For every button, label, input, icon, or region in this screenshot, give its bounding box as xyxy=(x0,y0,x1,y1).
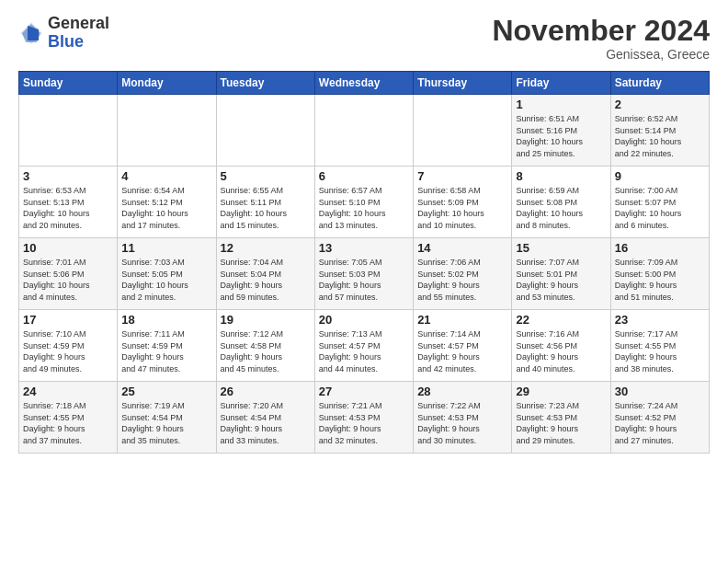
day-cell: 17Sunrise: 7:10 AM Sunset: 4:59 PM Dayli… xyxy=(19,310,118,382)
day-info: Sunrise: 7:16 AM Sunset: 4:56 PM Dayligh… xyxy=(516,328,606,374)
day-cell: 2Sunrise: 6:52 AM Sunset: 5:14 PM Daylig… xyxy=(610,95,709,167)
day-info: Sunrise: 7:07 AM Sunset: 5:01 PM Dayligh… xyxy=(516,257,606,303)
day-number: 19 xyxy=(221,313,311,327)
day-number: 7 xyxy=(417,169,507,183)
day-cell: 16Sunrise: 7:09 AM Sunset: 5:00 PM Dayli… xyxy=(610,238,709,310)
day-cell: 5Sunrise: 6:55 AM Sunset: 5:11 PM Daylig… xyxy=(216,167,314,238)
day-number: 21 xyxy=(417,313,507,327)
day-cell xyxy=(118,95,216,167)
day-number: 30 xyxy=(615,385,705,398)
day-info: Sunrise: 7:12 AM Sunset: 4:58 PM Dayligh… xyxy=(221,328,311,374)
day-number: 23 xyxy=(615,313,705,327)
title-block: November 2024 Genissea, Greece xyxy=(492,15,710,62)
day-cell: 25Sunrise: 7:19 AM Sunset: 4:54 PM Dayli… xyxy=(118,382,216,454)
day-number: 2 xyxy=(615,98,705,111)
col-friday: Friday xyxy=(512,72,610,95)
day-info: Sunrise: 6:52 AM Sunset: 5:14 PM Dayligh… xyxy=(615,113,705,159)
day-number: 17 xyxy=(23,313,113,327)
day-cell: 4Sunrise: 6:54 AM Sunset: 5:12 PM Daylig… xyxy=(118,167,216,238)
day-number: 3 xyxy=(23,169,113,183)
col-monday: Monday xyxy=(118,72,216,95)
day-number: 6 xyxy=(319,169,409,183)
day-number: 5 xyxy=(221,169,311,183)
day-info: Sunrise: 7:22 AM Sunset: 4:53 PM Dayligh… xyxy=(417,400,507,446)
day-number: 13 xyxy=(319,241,409,255)
header-row: Sunday Monday Tuesday Wednesday Thursday… xyxy=(19,72,710,95)
week-row-5: 24Sunrise: 7:18 AM Sunset: 4:55 PM Dayli… xyxy=(19,382,710,454)
day-number: 16 xyxy=(615,241,705,255)
day-cell: 27Sunrise: 7:21 AM Sunset: 4:53 PM Dayli… xyxy=(314,382,413,454)
day-info: Sunrise: 7:23 AM Sunset: 4:53 PM Dayligh… xyxy=(516,400,606,446)
day-info: Sunrise: 7:01 AM Sunset: 5:06 PM Dayligh… xyxy=(23,257,113,303)
day-info: Sunrise: 7:21 AM Sunset: 4:53 PM Dayligh… xyxy=(319,400,409,446)
day-info: Sunrise: 6:54 AM Sunset: 5:12 PM Dayligh… xyxy=(121,185,211,231)
day-info: Sunrise: 6:57 AM Sunset: 5:10 PM Dayligh… xyxy=(319,185,409,231)
week-row-4: 17Sunrise: 7:10 AM Sunset: 4:59 PM Dayli… xyxy=(19,310,710,382)
day-info: Sunrise: 7:24 AM Sunset: 4:52 PM Dayligh… xyxy=(615,400,705,446)
day-cell: 24Sunrise: 7:18 AM Sunset: 4:55 PM Dayli… xyxy=(19,382,118,454)
day-info: Sunrise: 7:11 AM Sunset: 4:59 PM Dayligh… xyxy=(121,328,211,374)
week-row-1: 1Sunrise: 6:51 AM Sunset: 5:16 PM Daylig… xyxy=(19,95,710,167)
logo: General Blue xyxy=(18,15,109,52)
day-number: 4 xyxy=(121,169,211,183)
day-cell: 28Sunrise: 7:22 AM Sunset: 4:53 PM Dayli… xyxy=(414,382,512,454)
day-number: 27 xyxy=(319,385,409,398)
col-wednesday: Wednesday xyxy=(314,72,413,95)
day-info: Sunrise: 7:09 AM Sunset: 5:00 PM Dayligh… xyxy=(615,257,705,303)
day-info: Sunrise: 6:53 AM Sunset: 5:13 PM Dayligh… xyxy=(23,185,113,231)
day-cell: 9Sunrise: 7:00 AM Sunset: 5:07 PM Daylig… xyxy=(610,167,709,238)
day-info: Sunrise: 7:17 AM Sunset: 4:55 PM Dayligh… xyxy=(615,328,705,374)
logo-blue: Blue xyxy=(48,32,84,51)
day-cell: 7Sunrise: 6:58 AM Sunset: 5:09 PM Daylig… xyxy=(414,167,512,238)
day-cell: 13Sunrise: 7:05 AM Sunset: 5:03 PM Dayli… xyxy=(314,238,413,310)
day-number: 12 xyxy=(221,241,311,255)
day-info: Sunrise: 6:55 AM Sunset: 5:11 PM Dayligh… xyxy=(221,185,311,231)
day-cell: 6Sunrise: 6:57 AM Sunset: 5:10 PM Daylig… xyxy=(314,167,413,238)
day-info: Sunrise: 7:06 AM Sunset: 5:02 PM Dayligh… xyxy=(417,257,507,303)
day-number: 15 xyxy=(516,241,606,255)
day-number: 24 xyxy=(23,385,113,398)
day-info: Sunrise: 7:10 AM Sunset: 4:59 PM Dayligh… xyxy=(23,328,113,374)
day-info: Sunrise: 7:18 AM Sunset: 4:55 PM Dayligh… xyxy=(23,400,113,446)
logo-general: General xyxy=(48,14,109,32)
day-number: 20 xyxy=(319,313,409,327)
day-number: 22 xyxy=(516,313,606,327)
day-cell: 26Sunrise: 7:20 AM Sunset: 4:54 PM Dayli… xyxy=(216,382,314,454)
day-cell: 3Sunrise: 6:53 AM Sunset: 5:13 PM Daylig… xyxy=(19,167,118,238)
day-cell: 12Sunrise: 7:04 AM Sunset: 5:04 PM Dayli… xyxy=(216,238,314,310)
day-info: Sunrise: 6:58 AM Sunset: 5:09 PM Dayligh… xyxy=(417,185,507,231)
day-cell: 21Sunrise: 7:14 AM Sunset: 4:57 PM Dayli… xyxy=(414,310,512,382)
day-cell: 30Sunrise: 7:24 AM Sunset: 4:52 PM Dayli… xyxy=(610,382,709,454)
day-info: Sunrise: 7:13 AM Sunset: 4:57 PM Dayligh… xyxy=(319,328,409,374)
day-cell: 1Sunrise: 6:51 AM Sunset: 5:16 PM Daylig… xyxy=(512,95,610,167)
day-info: Sunrise: 7:20 AM Sunset: 4:54 PM Dayligh… xyxy=(221,400,311,446)
day-info: Sunrise: 7:14 AM Sunset: 4:57 PM Dayligh… xyxy=(417,328,507,374)
day-cell: 29Sunrise: 7:23 AM Sunset: 4:53 PM Dayli… xyxy=(512,382,610,454)
day-info: Sunrise: 7:00 AM Sunset: 5:07 PM Dayligh… xyxy=(615,185,705,231)
day-cell: 23Sunrise: 7:17 AM Sunset: 4:55 PM Dayli… xyxy=(610,310,709,382)
col-sunday: Sunday xyxy=(19,72,118,95)
day-number: 25 xyxy=(121,385,211,398)
calendar-table: Sunday Monday Tuesday Wednesday Thursday… xyxy=(18,71,710,454)
location-subtitle: Genissea, Greece xyxy=(492,47,710,62)
day-cell: 15Sunrise: 7:07 AM Sunset: 5:01 PM Dayli… xyxy=(512,238,610,310)
day-cell xyxy=(314,95,413,167)
day-number: 8 xyxy=(516,169,606,183)
day-cell xyxy=(19,95,118,167)
week-row-3: 10Sunrise: 7:01 AM Sunset: 5:06 PM Dayli… xyxy=(19,238,710,310)
col-tuesday: Tuesday xyxy=(216,72,314,95)
day-number: 1 xyxy=(516,98,606,111)
logo-icon xyxy=(18,20,44,46)
day-number: 28 xyxy=(417,385,507,398)
day-number: 10 xyxy=(23,241,113,255)
day-cell: 20Sunrise: 7:13 AM Sunset: 4:57 PM Dayli… xyxy=(314,310,413,382)
day-cell: 10Sunrise: 7:01 AM Sunset: 5:06 PM Dayli… xyxy=(19,238,118,310)
logo-text: General Blue xyxy=(48,15,109,52)
col-thursday: Thursday xyxy=(414,72,512,95)
day-number: 9 xyxy=(615,169,705,183)
day-cell xyxy=(216,95,314,167)
day-info: Sunrise: 6:51 AM Sunset: 5:16 PM Dayligh… xyxy=(516,113,606,159)
day-info: Sunrise: 7:04 AM Sunset: 5:04 PM Dayligh… xyxy=(221,257,311,303)
day-cell: 19Sunrise: 7:12 AM Sunset: 4:58 PM Dayli… xyxy=(216,310,314,382)
day-cell: 22Sunrise: 7:16 AM Sunset: 4:56 PM Dayli… xyxy=(512,310,610,382)
